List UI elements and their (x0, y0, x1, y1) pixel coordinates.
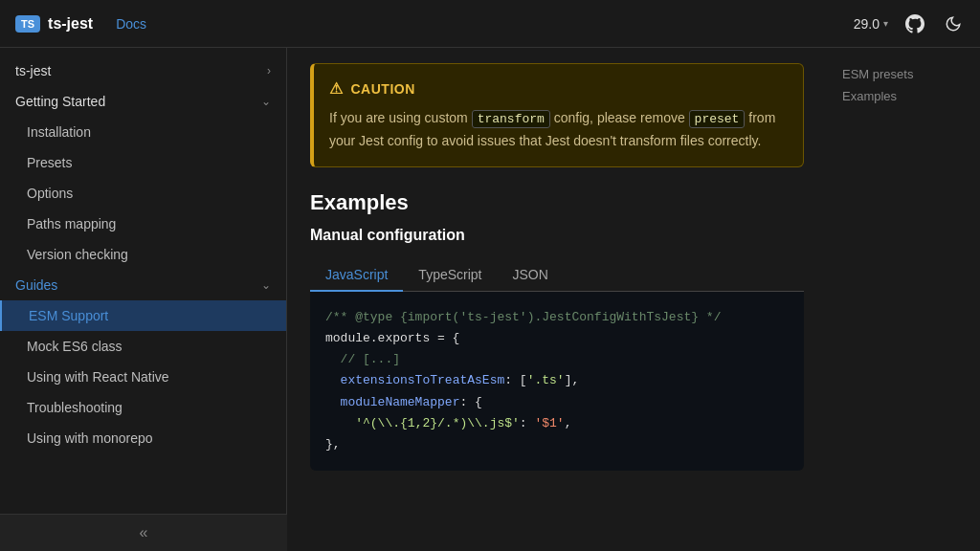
code-line-4: extensionsToTreatAsEsm: ['.ts'], (325, 370, 789, 391)
code-tabs: JavaScript TypeScript JSON (310, 259, 804, 292)
chevron-right-icon: › (267, 64, 271, 77)
tab-javascript[interactable]: JavaScript (310, 259, 403, 292)
docs-link[interactable]: Docs (116, 16, 146, 32)
sidebar-item-presets[interactable]: Presets (0, 147, 286, 178)
sidebar-ts-jest-label: ts-jest (15, 63, 51, 78)
troubleshooting-label: Troubleshooting (27, 400, 122, 415)
options-label: Options (27, 186, 73, 201)
tab-typescript-label: TypeScript (418, 267, 481, 282)
right-sidebar-item-examples[interactable]: Examples (842, 85, 965, 107)
code-line-1: /** @type {import('ts-jest').JestConfigW… (325, 307, 789, 328)
chevron-down-icon: ⌄ (261, 95, 271, 108)
logo-badge: TS (15, 15, 40, 33)
using-monorepo-label: Using with monorepo (27, 430, 153, 446)
sidebar-item-using-with-react-native[interactable]: Using with React Native (0, 362, 286, 392)
using-react-native-label: Using with React Native (27, 369, 169, 385)
collapse-icon: « (140, 524, 148, 541)
sidebar-item-guides[interactable]: Guides ⌄ (0, 270, 286, 300)
esm-presets-label: ESM presets (842, 67, 913, 81)
sidebar-item-version-checking[interactable]: Version checking (0, 239, 286, 270)
caution-text: If you are using custom transform config… (329, 107, 788, 151)
guides-label: Guides (15, 277, 57, 293)
paths-mapping-label: Paths mapping (27, 216, 116, 231)
examples-label: Examples (842, 89, 897, 103)
sidebar-item-troubleshooting[interactable]: Troubleshooting (0, 392, 286, 423)
header-right: 29.0 ▾ (854, 12, 965, 35)
logo-text: ts-jest (48, 15, 93, 33)
caution-box: ⚠ CAUTION If you are using custom transf… (310, 63, 804, 167)
layout: ts-jest › Getting Started ⌄ Installation… (0, 48, 980, 551)
caution-code-preset: preset (689, 110, 746, 128)
sidebar-item-options[interactable]: Options (0, 178, 286, 209)
version-selector[interactable]: 29.0 ▾ (854, 16, 888, 32)
tab-json[interactable]: JSON (498, 259, 564, 292)
right-sidebar: ESM presets Examples (827, 48, 980, 551)
code-line-6: '^(\\.{1,2}/.*)\\.js$': '$1', (325, 413, 789, 434)
sidebar-wrapper: ts-jest › Getting Started ⌄ Installation… (0, 48, 287, 551)
mock-es6-class-label: Mock ES6 class (27, 339, 122, 354)
sidebar-item-getting-started[interactable]: Getting Started ⌄ (0, 86, 286, 117)
getting-started-label: Getting Started (15, 94, 105, 109)
sidebar-item-esm-support[interactable]: ESM Support (0, 300, 286, 331)
code-line-3: // [...] (325, 349, 789, 370)
header: TS ts-jest Docs 29.0 ▾ (0, 0, 980, 48)
caution-text-middle: config, please remove (550, 110, 689, 125)
chevron-down-icon-guides: ⌄ (261, 278, 271, 292)
warning-icon: ⚠ (329, 79, 344, 98)
right-sidebar-item-esm-presets[interactable]: ESM presets (842, 63, 965, 85)
sidebar-item-paths-mapping[interactable]: Paths mapping (0, 209, 286, 239)
github-icon[interactable] (903, 12, 926, 35)
collapse-sidebar-button[interactable]: « (0, 514, 287, 551)
installation-label: Installation (27, 124, 91, 140)
esm-support-label: ESM Support (29, 308, 108, 323)
code-line-5: moduleNameMapper: { (325, 392, 789, 413)
tab-json-label: JSON (513, 267, 548, 282)
code-line-7: }, (325, 434, 789, 455)
theme-toggle-icon[interactable] (942, 12, 965, 35)
version-label: 29.0 (854, 16, 880, 32)
presets-label: Presets (27, 155, 72, 170)
sidebar-item-using-with-monorepo[interactable]: Using with monorepo (0, 423, 286, 453)
chevron-down-icon: ▾ (883, 18, 888, 29)
code-line-2: module.exports = { (325, 328, 789, 349)
sidebar-item-ts-jest[interactable]: ts-jest › (0, 55, 286, 86)
main-content: ⚠ CAUTION If you are using custom transf… (287, 48, 827, 551)
sidebar-item-installation[interactable]: Installation (0, 117, 286, 147)
version-checking-label: Version checking (27, 247, 128, 262)
tab-typescript[interactable]: TypeScript (403, 259, 497, 292)
examples-title: Examples (310, 190, 804, 215)
caution-header: ⚠ CAUTION (329, 79, 788, 98)
sidebar-item-mock-es6-class[interactable]: Mock ES6 class (0, 331, 286, 362)
code-block: /** @type {import('ts-jest').JestConfigW… (310, 292, 804, 471)
tab-javascript-label: JavaScript (325, 267, 388, 282)
caution-title: CAUTION (351, 81, 415, 97)
manual-config-title: Manual configuration (310, 227, 804, 244)
sidebar: ts-jest › Getting Started ⌄ Installation… (0, 48, 287, 514)
logo[interactable]: TS ts-jest (15, 15, 93, 33)
caution-text-before: If you are using custom (329, 110, 472, 125)
caution-code-transform: transform (472, 110, 550, 128)
